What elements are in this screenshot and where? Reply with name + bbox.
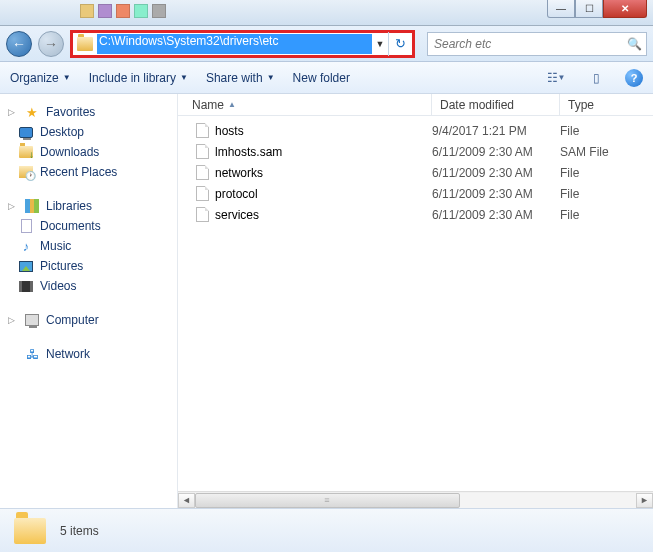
search-box[interactable]: 🔍 [427,32,647,56]
column-headers: Name▲ Date modified Type [178,94,653,116]
file-icon [196,144,209,159]
forward-button[interactable]: → [38,31,64,57]
scroll-right-button[interactable]: ► [636,493,653,508]
file-row[interactable]: protocol6/11/2009 2:30 AMFile [178,183,653,204]
refresh-button[interactable]: ↻ [388,32,412,56]
sidebar-item-music[interactable]: ♪Music [4,236,177,256]
file-name: hosts [215,124,244,138]
address-dropdown[interactable]: ▼ [372,39,388,49]
file-name: lmhosts.sam [215,145,282,159]
item-count: 5 items [60,524,99,538]
file-date: 6/11/2009 2:30 AM [432,187,560,201]
file-icon [196,165,209,180]
file-date: 6/11/2009 2:30 AM [432,145,560,159]
details-pane: 5 items [0,508,653,552]
sidebar-item-desktop[interactable]: Desktop [4,122,177,142]
sidebar-item-recent-places[interactable]: Recent Places [4,162,177,182]
preview-pane-button[interactable]: ▯ [585,68,607,88]
horizontal-scrollbar[interactable]: ◄ ≡ ► [178,491,653,508]
file-row[interactable]: lmhosts.sam6/11/2009 2:30 AMSAM File [178,141,653,162]
minimize-button[interactable]: — [547,0,575,18]
sidebar-item-downloads[interactable]: Downloads [4,142,177,162]
search-input[interactable] [428,37,622,51]
command-bar: Organize▼ Include in library▼ Share with… [0,62,653,94]
file-row[interactable]: networks6/11/2009 2:30 AMFile [178,162,653,183]
back-button[interactable]: ← [6,31,32,57]
view-options-button[interactable]: ☷ ▼ [545,68,567,88]
maximize-button[interactable]: ☐ [575,0,603,18]
file-list-pane: Name▲ Date modified Type hosts9/4/2017 1… [178,94,653,508]
file-icon [196,123,209,138]
search-icon[interactable]: 🔍 [622,37,646,51]
file-name: networks [215,166,263,180]
new-folder-button[interactable]: New folder [293,71,350,85]
help-button[interactable]: ? [625,69,643,87]
file-type: File [560,124,579,138]
sidebar-item-videos[interactable]: Videos [4,276,177,296]
column-type[interactable]: Type [560,94,653,115]
address-bar[interactable]: C:\Windows\System32\drivers\etc [97,34,372,54]
file-date: 6/11/2009 2:30 AM [432,208,560,222]
toolbar-color-swatches [80,4,166,18]
scroll-thumb[interactable]: ≡ [195,493,460,508]
file-type: SAM File [560,145,609,159]
file-icon [196,186,209,201]
file-type: File [560,187,579,201]
file-type: File [560,208,579,222]
network-group[interactable]: 🖧Network [4,344,177,364]
share-with-menu[interactable]: Share with▼ [206,71,275,85]
file-name: protocol [215,187,258,201]
file-date: 6/11/2009 2:30 AM [432,166,560,180]
computer-group[interactable]: ▷Computer [4,310,177,330]
file-row[interactable]: services6/11/2009 2:30 AMFile [178,204,653,225]
scroll-left-button[interactable]: ◄ [178,493,195,508]
column-name[interactable]: Name▲ [178,94,432,115]
libraries-group[interactable]: ▷Libraries [4,196,177,216]
titlebar: — ☐ ✕ [0,0,653,26]
file-icon [196,207,209,222]
file-type: File [560,166,579,180]
folder-icon [14,518,46,544]
organize-menu[interactable]: Organize▼ [10,71,71,85]
sidebar-item-pictures[interactable]: Pictures [4,256,177,276]
file-date: 9/4/2017 1:21 PM [432,124,560,138]
favorites-group[interactable]: ▷★Favorites [4,102,177,122]
file-name: services [215,208,259,222]
sidebar-item-documents[interactable]: Documents [4,216,177,236]
close-button[interactable]: ✕ [603,0,647,18]
include-library-menu[interactable]: Include in library▼ [89,71,188,85]
navigation-bar: ← → C:\Windows\System32\drivers\etc ▼ ↻ … [0,26,653,62]
column-date-modified[interactable]: Date modified [432,94,560,115]
address-bar-highlight: C:\Windows\System32\drivers\etc ▼ ↻ [70,30,415,58]
folder-icon [77,37,93,51]
file-row[interactable]: hosts9/4/2017 1:21 PMFile [178,120,653,141]
navigation-pane: ▷★Favorites Desktop Downloads Recent Pla… [0,94,178,508]
